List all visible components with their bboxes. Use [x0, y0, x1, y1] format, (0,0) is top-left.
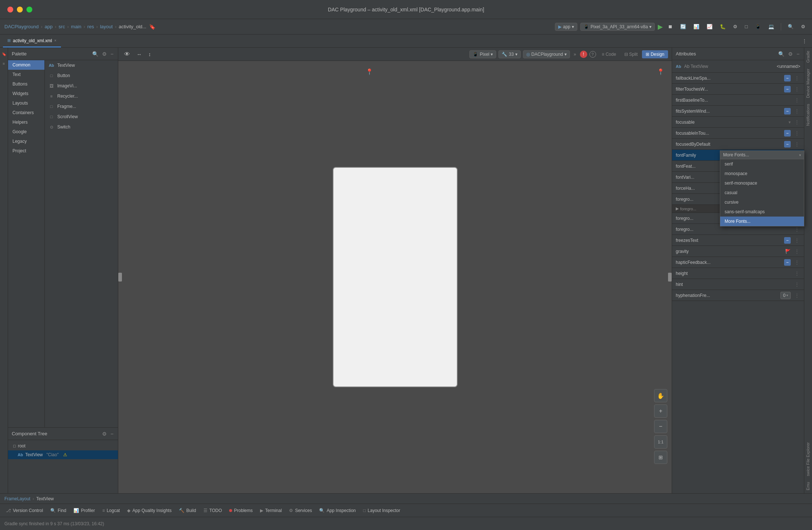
breadcrumb-app[interactable]: app: [45, 24, 53, 29]
palette-cat-legacy[interactable]: Legacy: [8, 137, 44, 146]
app-dropdown[interactable]: ▶ app ▾: [555, 23, 577, 31]
palette-cat-helpers[interactable]: Helpers: [8, 117, 44, 127]
breadcrumb-framelayout[interactable]: FrameLayout: [4, 496, 30, 501]
palette-item-recyclerview[interactable]: ≡ Recycler...: [45, 91, 118, 101]
more-tools[interactable]: ⚙: [731, 22, 740, 31]
settings-button[interactable]: ⚙: [799, 22, 808, 31]
layout-inspector-btn[interactable]: □: [743, 22, 750, 31]
attr-end-height[interactable]: ⋮: [794, 270, 800, 277]
attr-end-haptic[interactable]: ⋮: [794, 259, 800, 266]
tab-activity-xml[interactable]: ⊞ activity_old_xml.xml ×: [3, 35, 61, 47]
palette-cat-buttons[interactable]: Buttons: [8, 79, 44, 89]
font-option-serif-monospace[interactable]: serif-monospace: [720, 178, 804, 188]
attr-minus-haptic[interactable]: −: [784, 259, 791, 266]
api-selector[interactable]: 🔧 33 ▾: [498, 50, 520, 58]
palette-cat-google[interactable]: Google: [8, 127, 44, 137]
tab-close-button[interactable]: ×: [54, 39, 57, 43]
font-option-more-fonts[interactable]: More Fonts...: [720, 217, 804, 226]
attr-minus-fits[interactable]: −: [784, 108, 791, 115]
device-dropdown[interactable]: 📱 Pixel_3a_API_33_arm64-v8a ▾: [580, 23, 655, 31]
component-tree-minimize[interactable]: −: [110, 430, 114, 438]
maximize-button[interactable]: [26, 7, 32, 12]
layout-inspector-button[interactable]: □ Layout Inspector: [360, 507, 403, 515]
gradle-sync-button[interactable]: 🔄: [678, 22, 688, 31]
pan-tool-button[interactable]: ✋: [654, 389, 667, 402]
more-options-label[interactable]: »: [572, 52, 578, 57]
project-selector[interactable]: ◎ DACPlayground ▾: [523, 50, 570, 58]
hyphenation-arrow[interactable]: ▾: [786, 293, 788, 297]
attr-end-gravity[interactable]: ⋮: [794, 248, 800, 255]
terminal-button[interactable]: ▶ Terminal: [257, 507, 285, 515]
font-option-sans-serif-smallcaps[interactable]: sans-serif-smallcaps: [720, 207, 804, 217]
tree-item-root[interactable]: □ root: [8, 442, 118, 450]
attr-gravity[interactable]: gravity 🚩 ⋮: [672, 246, 804, 257]
breadcrumb-dacplayground[interactable]: DACPlayground: [4, 24, 39, 29]
canvas-resize-left[interactable]: [118, 273, 122, 282]
swice-file-label[interactable]: swice File Explorer: [804, 439, 812, 479]
tab-overflow-button[interactable]: ⋮: [800, 37, 809, 45]
structure-icon[interactable]: ≡: [1, 60, 7, 67]
version-control-button[interactable]: ⎇ Version Control: [3, 507, 46, 515]
device-manager-btn[interactable]: 💻: [766, 22, 776, 31]
palette-cat-common[interactable]: Common: [8, 60, 44, 70]
attr-end-hyphenation[interactable]: ⋮: [794, 292, 800, 299]
attr-end-focusedbydefault[interactable]: ⋮: [794, 141, 800, 148]
minimize-button[interactable]: [17, 7, 23, 12]
palette-minimize-button[interactable]: −: [110, 50, 114, 58]
breadcrumb-res[interactable]: res: [87, 24, 94, 29]
font-option-cursive[interactable]: cursive: [720, 197, 804, 207]
attr-hyphenation[interactable]: hyphenationFre... 0 ▾ ⋮: [672, 290, 804, 301]
attr-freezestext[interactable]: freezesText − ⋮: [672, 235, 804, 246]
attr-filtertouchesw[interactable]: filterTouchesW... − ⋮: [672, 84, 804, 95]
palette-item-imageview[interactable]: 🖼 ImageVi...: [45, 81, 118, 91]
window-controls[interactable]: [7, 7, 32, 12]
breadcrumb-main[interactable]: main: [71, 24, 81, 29]
build-button[interactable]: 🔨 Build: [176, 507, 199, 515]
attr-focusedbydefault[interactable]: focusedByDefault − ⋮: [672, 139, 804, 150]
device-manager-label[interactable]: Device Manager: [804, 66, 812, 101]
attr-end-freezestext[interactable]: ⋮: [794, 237, 800, 244]
todo-button[interactable]: ☰ TODO: [201, 507, 225, 515]
palette-item-switch[interactable]: ⊙ Switch: [45, 122, 118, 132]
breadcrumb-textview[interactable]: TextView: [36, 496, 54, 501]
search-everywhere[interactable]: 🔍: [786, 22, 796, 31]
attributes-minimize-button[interactable]: −: [796, 50, 800, 58]
horizontal-flip-button[interactable]: ↔: [134, 50, 144, 59]
component-tree-settings[interactable]: ⚙: [101, 430, 108, 438]
attributes-settings-button[interactable]: ⚙: [787, 50, 794, 58]
attr-end-fallback[interactable]: ⋮: [794, 75, 800, 81]
font-option-monospace[interactable]: monospace: [720, 169, 804, 178]
profiler-button[interactable]: 📊 Profiler: [71, 507, 98, 515]
attr-minus-filter[interactable]: −: [784, 86, 791, 92]
breadcrumb-layout[interactable]: layout: [100, 24, 113, 29]
find-button[interactable]: 🔍 Find: [47, 507, 69, 515]
run-button[interactable]: ▶: [658, 23, 663, 31]
app-quality-insights-button[interactable]: ◆ App Quality Insights: [124, 507, 174, 515]
attr-minus-freezestext[interactable]: −: [784, 237, 791, 244]
attr-minus-focusableintou[interactable]: −: [784, 130, 791, 137]
attr-minus-focusedbydefault[interactable]: −: [784, 141, 791, 148]
font-option-serif[interactable]: serif: [720, 159, 804, 169]
emulator-label[interactable]: Emu: [804, 479, 812, 493]
attr-end-foregro3[interactable]: ⋮: [794, 226, 800, 233]
stop-button[interactable]: ⏹: [666, 22, 675, 31]
notifications-label[interactable]: Notifications: [804, 101, 812, 129]
help-button[interactable]: ?: [589, 51, 596, 58]
gradle-panel-label[interactable]: Gradle: [804, 48, 812, 66]
pixel-selector[interactable]: 📱 Pixel ▾: [469, 50, 496, 58]
tab-design[interactable]: ⊞ Design: [642, 50, 668, 58]
tab-code[interactable]: ≡ Code: [598, 50, 620, 58]
palette-item-button[interactable]: □ Button: [45, 70, 118, 81]
logcat-button[interactable]: ≡ Logcat: [99, 507, 123, 515]
bookmarks-icon[interactable]: 🔖: [1, 51, 7, 57]
problems-button[interactable]: Problems: [226, 507, 256, 515]
attach-debugger[interactable]: 🐛: [718, 22, 728, 31]
attr-end-focusableintou[interactable]: ⋮: [794, 130, 800, 137]
attr-fallbacklinespa[interactable]: fallbackLineSpa... − ⋮: [672, 73, 804, 84]
breadcrumb-src[interactable]: src: [59, 24, 65, 29]
palette-item-fragment[interactable]: □ Fragme...: [45, 101, 118, 112]
close-button[interactable]: [7, 7, 13, 12]
error-indicator[interactable]: !: [580, 51, 587, 58]
full-screen-button[interactable]: ⊞: [654, 451, 667, 464]
device-mirror[interactable]: 📱: [753, 22, 763, 31]
